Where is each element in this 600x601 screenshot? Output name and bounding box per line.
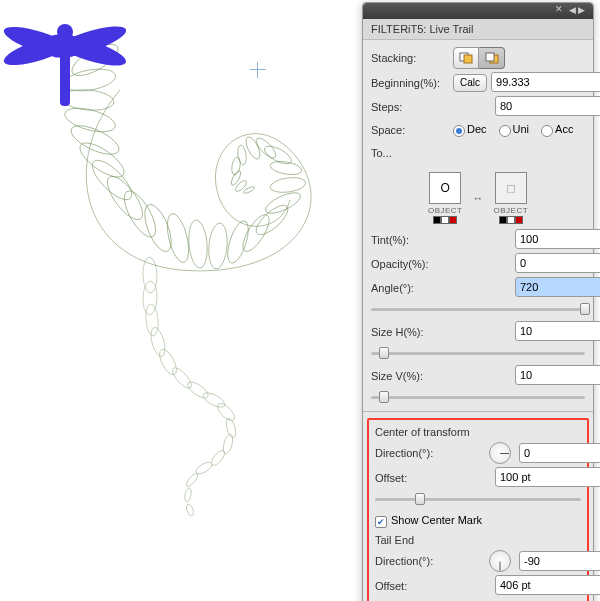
center-offset-label: Offset:	[375, 472, 453, 484]
tail-direction-input[interactable]: ▲▼	[519, 551, 581, 572]
svg-point-31	[156, 347, 180, 377]
object-to-swatch[interactable]: ◻ OBJECT	[494, 172, 529, 224]
svg-point-41	[184, 488, 192, 503]
space-label: Space:	[371, 124, 449, 136]
opacity-input[interactable]: ▲▼	[515, 253, 585, 274]
svg-point-29	[145, 304, 160, 337]
stacking-segmented	[453, 47, 505, 69]
stacking-back-button[interactable]	[479, 47, 505, 69]
svg-point-4	[67, 120, 123, 160]
sizeh-slider[interactable]	[371, 345, 585, 361]
svg-point-13	[224, 219, 253, 266]
svg-point-30	[148, 326, 167, 358]
calc-button[interactable]: Calc	[453, 74, 487, 92]
panel-collapse-icon[interactable]: ◀▶	[569, 5, 587, 15]
tail-offset-input[interactable]: ▲▼	[495, 575, 581, 596]
space-uni-radio[interactable]: Uni	[499, 123, 530, 136]
tint-label: Tint(%):	[371, 234, 449, 246]
svg-point-37	[222, 433, 235, 454]
sizeh-label: Size H(%):	[371, 326, 449, 338]
angle-label: Angle(°):	[371, 282, 449, 294]
object-from-swatch[interactable]: O OBJECT	[428, 172, 463, 224]
svg-point-14	[238, 211, 274, 255]
svg-point-17	[269, 176, 307, 195]
angle-slider[interactable]	[371, 301, 585, 317]
svg-point-8	[118, 186, 161, 241]
beginning-input[interactable]: ▲▼	[491, 72, 573, 93]
svg-point-40	[185, 472, 200, 488]
show-center-checkbox[interactable]: ✔Show Center Mark	[375, 514, 482, 527]
panel-title: FILTERiT5: Live Trail	[363, 19, 593, 40]
space-dec-radio[interactable]: Dec	[453, 123, 487, 136]
svg-point-24	[230, 170, 243, 187]
svg-point-25	[234, 179, 248, 193]
steps-input[interactable]: ▲▼	[495, 96, 577, 117]
svg-point-3	[62, 104, 117, 137]
svg-point-18	[269, 159, 303, 176]
svg-point-42	[185, 503, 195, 516]
svg-rect-52	[486, 53, 494, 61]
svg-point-33	[185, 379, 210, 401]
tail-offset-label: Offset:	[375, 580, 453, 592]
center-direction-dial[interactable]	[489, 442, 511, 464]
swap-icon[interactable]: ↔	[473, 192, 484, 204]
svg-rect-47	[60, 36, 70, 106]
space-acc-radio[interactable]: Acc	[541, 123, 573, 136]
tail-direction-label: Direction(°):	[375, 555, 453, 567]
highlighted-group: Center of transform Direction(°): ▲▼ Off…	[367, 418, 589, 601]
tail-group-title: Tail End	[375, 534, 581, 546]
svg-point-34	[201, 390, 227, 410]
center-offset-slider[interactable]	[375, 491, 581, 507]
center-direction-input[interactable]: ▲▼	[519, 443, 581, 464]
svg-point-35	[215, 401, 238, 424]
tint-input[interactable]: ▲▼	[515, 229, 585, 250]
svg-point-5	[75, 137, 129, 183]
panel-titlebar[interactable]: ✕ ◀▶	[363, 3, 593, 19]
center-mark-icon	[250, 62, 266, 78]
svg-rect-50	[464, 55, 472, 63]
beginning-label: Beginning(%):	[371, 77, 449, 89]
tail-direction-dial[interactable]	[489, 550, 511, 572]
stacking-label: Stacking:	[371, 52, 449, 64]
to-label: To...	[371, 147, 449, 159]
svg-point-16	[263, 189, 303, 218]
svg-point-15	[252, 201, 292, 240]
illustrator-canvas[interactable]	[0, 0, 360, 601]
opacity-label: Opacity(%):	[371, 258, 449, 270]
center-direction-label: Direction(°):	[375, 447, 453, 459]
steps-label: Steps:	[371, 101, 449, 113]
svg-point-6	[87, 155, 138, 206]
svg-point-12	[207, 222, 229, 269]
center-group-title: Center of transform	[375, 426, 581, 438]
sizeh-input[interactable]: ▲▼	[515, 321, 585, 342]
filterit-panel: ✕ ◀▶ FILTERiT5: Live Trail Stacking: Beg…	[362, 2, 594, 601]
svg-point-32	[170, 365, 195, 391]
angle-input[interactable]: ▲▼	[515, 277, 585, 298]
svg-point-10	[163, 212, 193, 265]
sizev-slider[interactable]	[371, 389, 585, 405]
sizev-label: Size V(%):	[371, 370, 449, 382]
svg-point-48	[57, 24, 73, 40]
svg-point-20	[253, 135, 278, 161]
sizev-input[interactable]: ▲▼	[515, 365, 585, 386]
svg-point-22	[237, 145, 248, 166]
center-offset-input[interactable]: ▲▼	[495, 467, 581, 488]
close-icon[interactable]: ✕	[555, 4, 563, 14]
svg-point-11	[187, 219, 209, 268]
stacking-front-button[interactable]	[453, 47, 479, 69]
